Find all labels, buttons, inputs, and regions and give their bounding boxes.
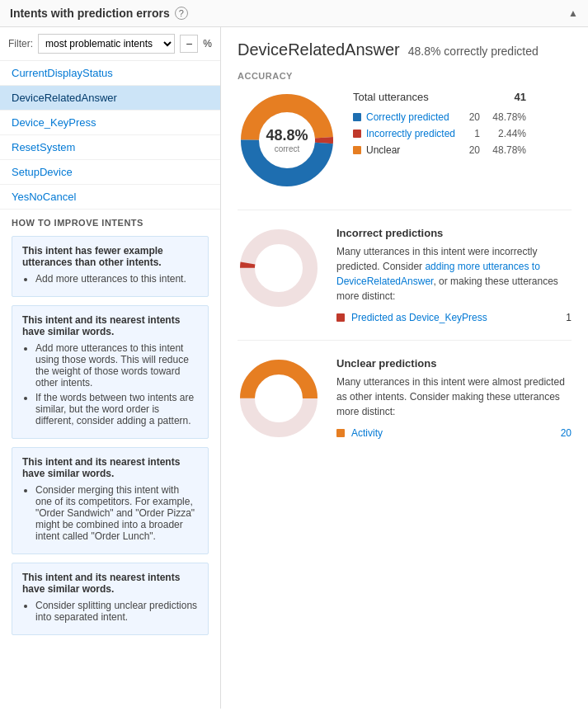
- donut-label: correct: [266, 144, 308, 153]
- improve-card-2: This intent and its nearest intents have…: [12, 305, 209, 439]
- sidebar-item-devicerelatedanswer[interactable]: DeviceRelatedAnswer: [0, 86, 220, 111]
- correctly-predicted-count: 20: [460, 111, 480, 123]
- improve-title: HOW TO IMPROVE INTENTS: [12, 218, 209, 228]
- help-icon[interactable]: ?: [175, 7, 188, 20]
- main-content: DeviceRelatedAnswer 48.8% correctly pred…: [221, 27, 588, 709]
- activity-label[interactable]: Activity: [351, 427, 554, 439]
- intent-nav-list: CurrentDisplayStatus DeviceRelatedAnswer…: [0, 61, 220, 210]
- improve-card-3-bullet-1: Consider merging this intent with one of…: [35, 484, 198, 542]
- unclear-pct: 48.78%: [485, 144, 526, 156]
- improve-card-4-bullet-1: Consider splitting unclear predictions i…: [35, 600, 198, 623]
- filter-minus-button[interactable]: −: [180, 35, 198, 53]
- improve-card-4-heading: This intent and its nearest intents have…: [22, 572, 198, 595]
- incorrect-predictions-content: Incorrect predictions Many utterances in…: [336, 227, 572, 323]
- total-value: 41: [515, 91, 526, 103]
- improve-card-1: This intent has fewer example utterances…: [12, 236, 209, 297]
- unclear-prediction-item-1: Activity 20: [336, 427, 572, 439]
- sidebar-item-yesnocancel[interactable]: YesNoCancel: [0, 185, 220, 210]
- intent-accuracy-text: 48.8% correctly predicted: [408, 45, 539, 58]
- total-label: Total utterances: [353, 91, 429, 103]
- filter-select[interactable]: most problematic intents all intents: [38, 34, 175, 54]
- incorrectly-predicted-dot: [353, 130, 361, 138]
- unclear-predictions-title: Unclear predictions: [336, 357, 572, 370]
- incorrect-predictions-title: Incorrect predictions: [336, 227, 572, 239]
- sidebar-item-resetsystem[interactable]: ResetSystem: [0, 135, 220, 160]
- correctly-predicted-dot: [353, 113, 361, 121]
- activity-count: 20: [561, 427, 572, 439]
- correctly-predicted-pct: 48.78%: [485, 111, 526, 123]
- incorrect-predictions-desc: Many utterances in this intent were inco…: [336, 244, 572, 304]
- unclear-dot: [353, 146, 361, 154]
- improve-card-2-heading: This intent and its nearest intents have…: [22, 314, 198, 337]
- incorrect-prediction-item-1: Predicted as Device_KeyPress 1: [336, 312, 572, 323]
- improve-card-1-bullet-1: Add more utterances to this intent.: [35, 273, 198, 285]
- svg-point-7: [256, 245, 302, 291]
- unclear-label[interactable]: Unclear: [366, 144, 455, 156]
- predicted-as-count: 1: [566, 312, 572, 323]
- improve-card-1-heading: This intent has fewer example utterances…: [22, 245, 198, 268]
- page-title: Intents with prediction errors: [10, 7, 170, 20]
- unclear-count: 20: [460, 144, 480, 156]
- unclear-donut: [238, 357, 320, 440]
- incorrectly-predicted-count: 1: [460, 128, 480, 139]
- improve-card-4: This intent and its nearest intents have…: [12, 563, 209, 635]
- predictions-section: Incorrect predictions Many utterances in…: [238, 210, 572, 456]
- improve-card-3: This intent and its nearest intents have…: [12, 447, 209, 554]
- filter-bar: Filter: most problematic intents all int…: [0, 27, 220, 61]
- sidebar-item-currentdisplaystatus[interactable]: CurrentDisplayStatus: [0, 61, 220, 86]
- sidebar-item-device-keypress[interactable]: Device_KeyPress: [0, 111, 220, 135]
- unclear-predictions-block: Unclear predictions Many utterances in t…: [238, 357, 572, 456]
- donut-percentage: 48.8%: [266, 127, 308, 144]
- incorrect-predictions-block: Incorrect predictions Many utterances in…: [238, 227, 572, 341]
- unclear-predictions-desc: Many utterances in this intent were almo…: [336, 374, 572, 419]
- accuracy-section-label: ACCURACY: [238, 71, 572, 81]
- filter-percent-label: %: [203, 38, 212, 49]
- page-header: Intents with prediction errors ? ▲: [0, 0, 588, 27]
- accuracy-legend: Total utterances 41 Correctly predicted …: [353, 91, 526, 161]
- improve-intents-section: HOW TO IMPROVE INTENTS This intent has f…: [0, 210, 220, 652]
- incorrectly-predicted-pct: 2.44%: [485, 128, 526, 139]
- add-utterances-link[interactable]: adding more utterances to: [425, 261, 539, 272]
- intent-header: DeviceRelatedAnswer 48.8% correctly pred…: [238, 40, 572, 59]
- legend-row-correctly: Correctly predicted 20 48.78%: [353, 111, 526, 123]
- main-container: Filter: most problematic intents all int…: [0, 27, 588, 709]
- collapse-icon[interactable]: ▲: [568, 7, 578, 19]
- legend-row-unclear: Unclear 20 48.78%: [353, 144, 526, 156]
- predicted-as-dot: [336, 313, 345, 322]
- incorrect-donut: [238, 227, 320, 309]
- sidebar-item-setupdevice[interactable]: SetupDevice: [0, 160, 220, 185]
- svg-point-10: [256, 375, 302, 422]
- improve-card-2-bullet-2: If the words between two intents are sim…: [35, 392, 198, 426]
- activity-dot: [336, 429, 345, 437]
- improve-card-3-heading: This intent and its nearest intents have…: [22, 456, 198, 479]
- incorrectly-predicted-label[interactable]: Incorrectly predicted: [366, 128, 455, 139]
- predicted-as-label[interactable]: Predicted as Device_KeyPress: [351, 312, 559, 323]
- unclear-predictions-content: Unclear predictions Many utterances in t…: [336, 357, 572, 439]
- donut-center: 48.8% correct: [266, 127, 308, 153]
- filter-label: Filter:: [8, 38, 33, 49]
- accuracy-section: 48.8% correct Total utterances 41 Correc…: [238, 91, 572, 190]
- legend-row-incorrectly: Incorrectly predicted 1 2.44%: [353, 128, 526, 139]
- device-related-answer-link[interactable]: DeviceRelatedAnswer: [336, 276, 433, 287]
- correctly-predicted-label[interactable]: Correctly predicted: [366, 111, 455, 123]
- improve-card-2-bullet-1: Add more utterances to this intent using…: [35, 342, 198, 389]
- intent-name: DeviceRelatedAnswer: [238, 40, 400, 59]
- sidebar: Filter: most problematic intents all int…: [0, 27, 221, 709]
- accuracy-donut: 48.8% correct: [238, 91, 336, 190]
